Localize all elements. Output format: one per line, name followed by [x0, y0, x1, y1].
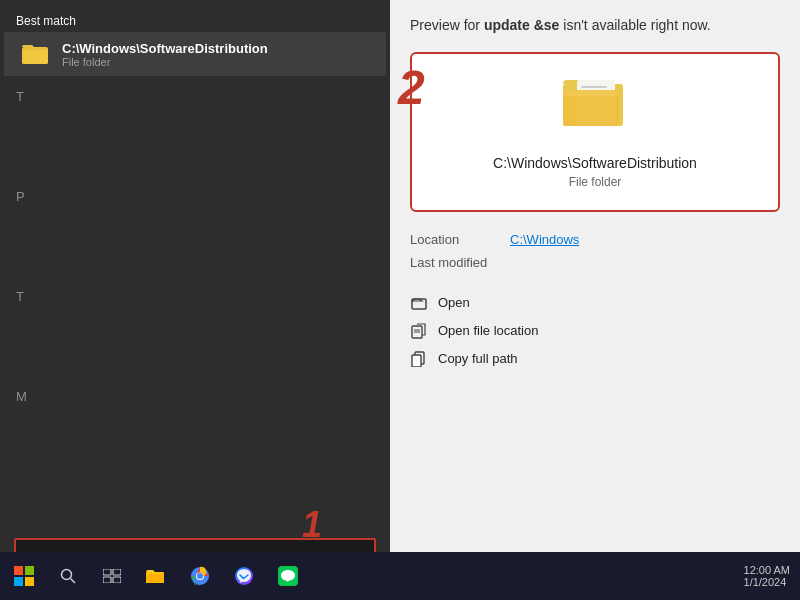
start-button[interactable]: [0, 552, 48, 600]
preview-panel: Preview for update &se isn't available r…: [390, 0, 800, 552]
svg-rect-12: [412, 355, 421, 367]
preview-title: Preview for update &se isn't available r…: [410, 16, 780, 36]
svg-rect-21: [103, 569, 111, 575]
taskbar-icons-group: [92, 552, 308, 600]
svg-rect-2: [581, 86, 607, 88]
last-modified-label: Last modified: [410, 255, 510, 270]
copy-path-icon: [410, 350, 428, 368]
result-folder-icon: [20, 38, 52, 70]
taskbar-task-view[interactable]: [92, 552, 132, 600]
svg-point-30: [197, 573, 203, 579]
section-t-2: T: [0, 276, 390, 316]
last-modified-row: Last modified: [410, 255, 780, 270]
svg-point-19: [62, 570, 72, 580]
action-open[interactable]: Open: [410, 294, 780, 312]
svg-rect-16: [25, 566, 34, 575]
svg-line-20: [71, 579, 76, 584]
svg-rect-24: [113, 577, 121, 583]
result-item-subtitle: File folder: [62, 56, 268, 68]
action-copy-path-label: Copy full path: [438, 351, 518, 366]
location-row: Location C:\Windows: [410, 232, 780, 247]
action-open-file-location[interactable]: Open file location: [410, 322, 780, 340]
preview-query-bold: update &se: [484, 17, 559, 33]
annotation-number-1: 1: [302, 504, 322, 546]
action-list: Open Open file location Copy full path: [410, 294, 780, 368]
action-open-label: Open: [438, 295, 470, 310]
preview-folder-type: File folder: [569, 175, 622, 189]
best-match-label: Best match: [0, 8, 390, 32]
svg-rect-18: [25, 577, 34, 586]
result-item-title: C:\Windows\SoftwareDistribution: [62, 41, 268, 56]
svg-rect-14: [22, 50, 48, 64]
svg-rect-26: [146, 574, 164, 583]
taskbar-time: 12:00 AM1/1/2024: [744, 564, 790, 588]
svg-rect-23: [103, 577, 111, 583]
result-item-software-distribution[interactable]: C:\Windows\SoftwareDistribution File fol…: [4, 32, 386, 76]
taskbar: 12:00 AM1/1/2024: [0, 552, 800, 600]
location-value[interactable]: C:\Windows: [510, 232, 579, 247]
svg-rect-22: [113, 569, 121, 575]
open-icon: [410, 294, 428, 312]
folder-icon-large: [563, 74, 627, 143]
svg-rect-6: [563, 90, 619, 96]
taskbar-file-explorer[interactable]: [136, 552, 176, 600]
preview-card: C:\Windows\SoftwareDistribution File fol…: [410, 52, 780, 212]
annotation-number-2: 2: [398, 60, 425, 115]
svg-rect-15: [14, 566, 23, 575]
preview-suffix: isn't available right now.: [559, 17, 710, 33]
section-t-1: T: [0, 76, 390, 116]
start-menu-left-panel: Best match C:\Windows\SoftwareDistributi…: [0, 0, 390, 600]
action-file-location-label: Open file location: [438, 323, 538, 338]
preview-folder-name: C:\Windows\SoftwareDistribution: [493, 155, 697, 171]
location-label: Location: [410, 232, 510, 247]
taskbar-messenger[interactable]: [224, 552, 264, 600]
result-text-group: C:\Windows\SoftwareDistribution File fol…: [62, 41, 268, 68]
taskbar-right-area: 12:00 AM1/1/2024: [744, 564, 800, 588]
taskbar-search-icon[interactable]: [48, 552, 88, 600]
section-p: P: [0, 176, 390, 216]
file-location-icon: [410, 322, 428, 340]
action-copy-path[interactable]: Copy full path: [410, 350, 780, 368]
section-m: M: [0, 376, 390, 416]
search-results-area: Best match C:\Windows\SoftwareDistributi…: [0, 0, 390, 532]
taskbar-chrome[interactable]: [180, 552, 220, 600]
svg-rect-17: [14, 577, 23, 586]
taskbar-line[interactable]: [268, 552, 308, 600]
meta-section: Location C:\Windows Last modified: [410, 232, 780, 278]
